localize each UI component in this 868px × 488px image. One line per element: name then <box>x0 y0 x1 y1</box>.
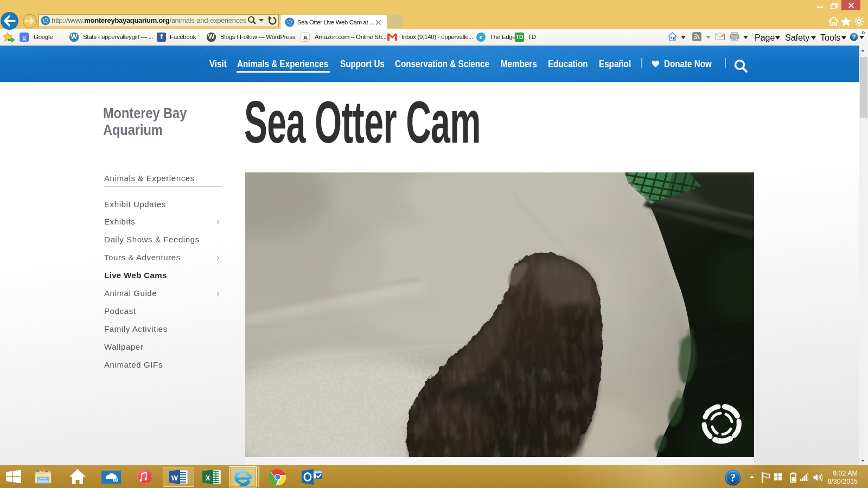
svg-text:X: X <box>206 474 210 482</box>
svg-text:?: ? <box>730 471 736 484</box>
svg-text:W: W <box>171 474 178 482</box>
svg-text:hp: hp <box>114 479 117 481</box>
svg-text:?: ? <box>852 34 856 40</box>
svg-text:a: a <box>303 34 307 40</box>
